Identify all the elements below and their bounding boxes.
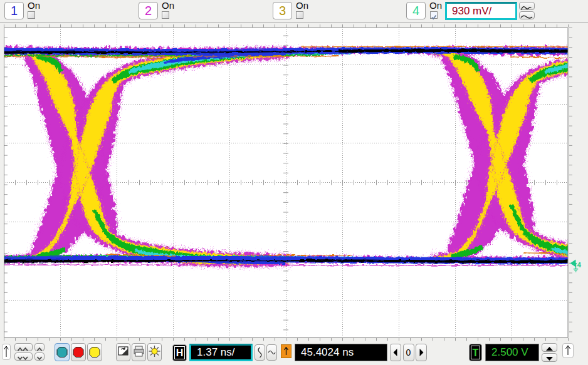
svg-text:4: 4 — [577, 261, 582, 269]
